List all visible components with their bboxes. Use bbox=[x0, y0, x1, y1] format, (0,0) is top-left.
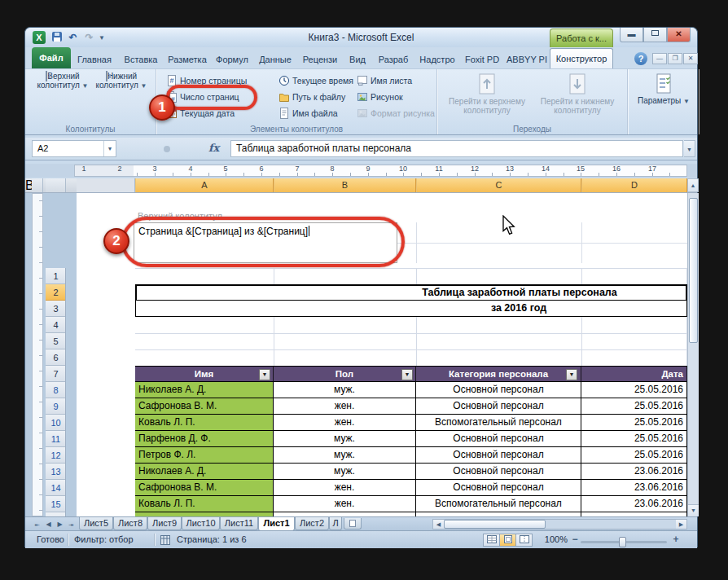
row-header-selected[interactable]: 2 bbox=[46, 284, 66, 301]
sheet-tab-clipped[interactable]: Л bbox=[329, 517, 342, 530]
tab-design-active[interactable]: Конструктор bbox=[550, 48, 613, 68]
scroll-down-icon[interactable]: ▼ bbox=[688, 504, 699, 516]
row-header-filtered[interactable]: 14 bbox=[46, 480, 66, 496]
name-box-chevron-icon[interactable]: ▼ bbox=[103, 141, 116, 156]
tab-insert[interactable]: Вставка bbox=[118, 51, 164, 68]
subtitle-cell[interactable]: за 2016 год bbox=[135, 301, 687, 317]
column-header-b[interactable]: B bbox=[274, 178, 416, 192]
macro-record-icon[interactable] bbox=[160, 535, 170, 547]
table-row[interactable]: Коваль Л. П.жен.Вспомогательный персонал… bbox=[135, 496, 687, 512]
normal-view-button[interactable] bbox=[483, 534, 500, 547]
zoom-out-icon[interactable]: − bbox=[569, 534, 581, 546]
sheet-name-button[interactable]: Имя листа bbox=[357, 74, 412, 88]
zoom-level[interactable]: 100% bbox=[538, 534, 568, 544]
prev-sheet-icon[interactable]: ◀ bbox=[43, 519, 54, 529]
close-button[interactable]: ✕ bbox=[667, 28, 691, 42]
horizontal-scrollbar[interactable]: ◀ ▶ bbox=[432, 519, 687, 529]
next-sheet-icon[interactable]: ▶ bbox=[55, 519, 65, 529]
zoom-slider[interactable] bbox=[581, 541, 667, 543]
vertical-scrollbar-thumb[interactable] bbox=[689, 198, 698, 343]
column-header-d[interactable]: D bbox=[581, 178, 687, 192]
vertical-scrollbar[interactable]: ▼ bbox=[687, 193, 699, 516]
table-row[interactable]: Сафронова В. М.жен.Основной персонал25.0… bbox=[135, 398, 687, 415]
tab-abbyy[interactable]: ABBYY PI bbox=[504, 51, 550, 68]
sheet-tab[interactable]: Лист2 bbox=[295, 517, 329, 530]
row-header[interactable]: 7 bbox=[46, 366, 66, 382]
tab-formulas[interactable]: Формул bbox=[211, 51, 253, 68]
tab-developer[interactable]: Разраб bbox=[372, 51, 414, 68]
scroll-up-icon[interactable]: ▲ bbox=[687, 178, 699, 192]
row-header[interactable]: 6 bbox=[46, 349, 66, 366]
page-break-view-button[interactable] bbox=[515, 534, 533, 547]
row-header-filtered[interactable]: 15 bbox=[46, 496, 66, 512]
header-button[interactable]: Верхний колонтитул ▼ bbox=[35, 72, 90, 90]
row-header-filtered[interactable]: 11 bbox=[46, 431, 66, 447]
row-header[interactable]: 4 bbox=[46, 317, 66, 333]
tab-page-layout[interactable]: Разметка bbox=[164, 51, 211, 68]
tab-review[interactable]: Рецензи bbox=[297, 51, 343, 68]
tab-file[interactable]: Файл bbox=[32, 47, 71, 68]
name-box[interactable]: A2 ▼ bbox=[32, 140, 116, 157]
minimize-button[interactable]: ▬ bbox=[620, 28, 643, 42]
column-header-c[interactable]: C bbox=[416, 178, 581, 192]
row-header-filtered[interactable]: 13 bbox=[46, 464, 66, 480]
file-name-button[interactable]: Имя файла bbox=[278, 107, 338, 121]
current-time-button[interactable]: Текущее время bbox=[278, 74, 353, 88]
insert-function-button[interactable]: fx bbox=[208, 142, 219, 154]
row-header-filtered[interactable]: 10 bbox=[46, 415, 66, 431]
first-sheet-icon[interactable]: ⯬ bbox=[32, 519, 42, 529]
filter-dropdown-icon[interactable]: ▼ bbox=[566, 369, 577, 380]
formula-bar-expand-icon[interactable]: ▼ bbox=[684, 140, 695, 157]
options-button[interactable]: Параметры ▼ bbox=[635, 72, 692, 106]
formula-input[interactable]: Таблица заработной платы персонала bbox=[230, 140, 683, 157]
table-row[interactable]: Николаев А. Д.муж.Основной персонал25.05… bbox=[135, 382, 687, 398]
horizontal-scrollbar-thumb[interactable] bbox=[444, 520, 546, 529]
insert-sheet-icon[interactable] bbox=[344, 518, 362, 529]
sheet-tab[interactable]: Лист10 bbox=[182, 517, 220, 530]
last-sheet-icon[interactable]: ⯮ bbox=[66, 519, 77, 529]
cell-grid[interactable]: Таблица заработной платы персонала за 20… bbox=[135, 268, 688, 516]
scroll-left-icon[interactable]: ◀ bbox=[433, 520, 444, 529]
tab-addins[interactable]: Надстро bbox=[414, 51, 460, 68]
restore-button[interactable] bbox=[643, 28, 667, 42]
row-header-filtered[interactable]: 8 bbox=[46, 382, 66, 398]
row-header-filtered[interactable]: 9 bbox=[46, 398, 66, 415]
formula-bar-grip[interactable] bbox=[164, 146, 170, 152]
select-all-corner[interactable] bbox=[46, 178, 66, 192]
row-header[interactable]: 3 bbox=[46, 301, 66, 317]
filter-dropdown-icon[interactable]: ▼ bbox=[401, 369, 413, 380]
table-row[interactable]: Парфенов Д. Ф.муж.Основной персонал25.05… bbox=[135, 431, 687, 447]
table-row[interactable]: Петров Ф. Л.муж.Основной персонал25.05.2… bbox=[135, 447, 687, 464]
sheet-tab[interactable]: Лист8 bbox=[113, 517, 147, 530]
tab-foxit[interactable]: Foxit PD bbox=[460, 51, 504, 68]
scroll-right-icon[interactable]: ▶ bbox=[676, 520, 686, 529]
row-header[interactable]: 5 bbox=[46, 333, 66, 349]
contextual-tab-group-label[interactable]: Работа с к... bbox=[550, 29, 613, 47]
workbook-close-icon[interactable]: ✕ bbox=[683, 53, 698, 64]
table-row[interactable]: Сафронова В. М.жен.Основной персонал23.0… bbox=[135, 480, 687, 496]
table-row[interactable]: Коваль Л. П.жен.Вспомогательный персонал… bbox=[135, 415, 687, 431]
sheet-tab[interactable]: Лист5 bbox=[79, 517, 113, 530]
footer-button[interactable]: Нижний колонтитул ▼ bbox=[94, 72, 149, 90]
zoom-in-icon[interactable]: + bbox=[670, 534, 682, 546]
workbook-minimize-icon[interactable]: — bbox=[652, 53, 667, 64]
column-header-a[interactable]: A bbox=[135, 178, 274, 192]
workbook-restore-icon[interactable]: ❐ bbox=[668, 53, 682, 64]
file-path-button[interactable]: Путь к файлу bbox=[278, 90, 345, 104]
sheet-tab[interactable]: Лист9 bbox=[147, 517, 182, 530]
title-cell-selected[interactable]: Таблица заработной платы персонала bbox=[135, 284, 687, 301]
format-picture-button: Формат рисунка bbox=[357, 107, 435, 121]
tab-view[interactable]: Вид bbox=[343, 51, 372, 68]
help-icon[interactable]: ? bbox=[634, 52, 647, 65]
tab-home[interactable]: Главная bbox=[71, 51, 118, 68]
zoom-slider-thumb[interactable] bbox=[619, 537, 626, 547]
row-header-filtered[interactable]: 12 bbox=[46, 447, 66, 464]
filter-dropdown-icon[interactable]: ▼ bbox=[259, 369, 270, 380]
tab-data[interactable]: Данные bbox=[253, 51, 297, 68]
page-layout-view-button[interactable] bbox=[499, 534, 516, 547]
picture-button[interactable]: Рисунок bbox=[357, 90, 403, 104]
sheet-tab-active[interactable]: Лист1 bbox=[258, 517, 295, 531]
row-header[interactable]: 1 bbox=[46, 268, 66, 284]
table-row[interactable]: Николаев А. Д.муж.Основной персонал23.06… bbox=[135, 464, 687, 480]
sheet-tab[interactable]: Лист11 bbox=[220, 517, 258, 530]
